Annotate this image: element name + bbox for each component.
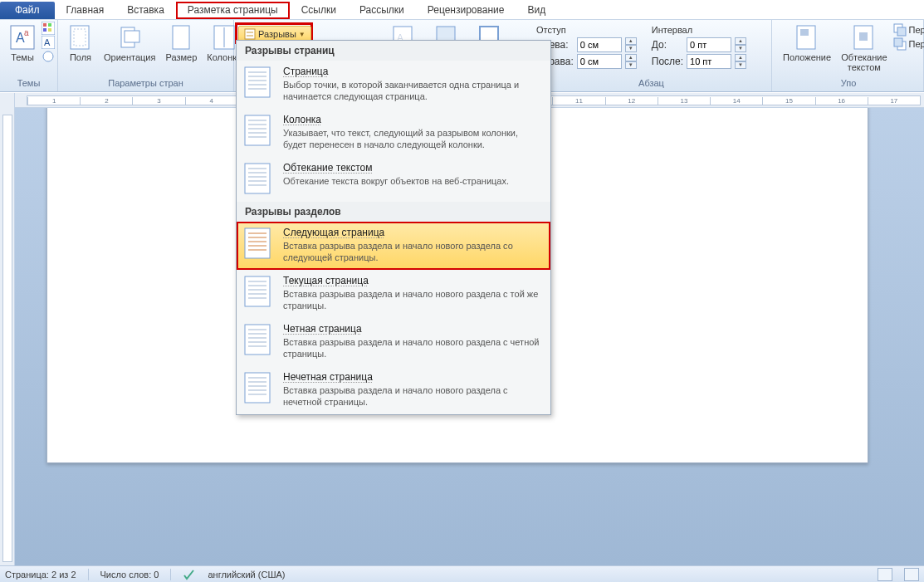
svg-rect-33 (245, 67, 270, 97)
svg-rect-14 (125, 31, 139, 42)
group-label-pagesetup: Параметры стран (63, 78, 228, 90)
break-item-icon (242, 371, 275, 404)
svg-rect-15 (173, 26, 189, 49)
menu-item-title: Следующая страница (283, 227, 542, 238)
spacing-before-label: До: (652, 39, 683, 51)
status-page[interactable]: Страница: 2 из 2 (5, 570, 76, 580)
svg-text:A: A (44, 37, 51, 47)
themes-icon: Aa (9, 24, 36, 51)
margins-icon (67, 24, 94, 51)
menu-item-sectionbreak-2[interactable]: Четная страницаВставка разрыва раздела и… (237, 318, 550, 366)
breaks-icon (244, 28, 256, 40)
break-item-icon (242, 323, 275, 356)
theme-effects-icon[interactable] (42, 50, 55, 63)
theme-colors-icon[interactable] (42, 22, 55, 35)
vertical-ruler[interactable] (0, 93, 15, 565)
status-language[interactable]: английский (США) (208, 570, 285, 580)
break-item-icon (242, 66, 275, 99)
spacing-after-spinner[interactable]: ▲▼ (735, 54, 746, 69)
indent-left-input[interactable] (577, 37, 622, 52)
status-word-count[interactable]: Число слов: 0 (100, 570, 159, 580)
spacing-header: Интервал (652, 25, 746, 35)
spacing-after-input[interactable] (687, 54, 731, 69)
size-label: Размер (165, 52, 197, 62)
menu-section-section-breaks: Разрывы разделов (237, 202, 550, 222)
orientation-label: Ориентация (104, 52, 155, 62)
tab-view[interactable]: Вид (516, 2, 557, 19)
wrap-text-button[interactable]: Обтекание текстом (837, 22, 891, 75)
menu-item-desc: Вставка разрыва раздела и начало нового … (283, 288, 542, 311)
menu-item-title: Текущая страница (283, 275, 542, 286)
send-backward-button[interactable]: Пере (893, 37, 924, 51)
svg-rect-63 (245, 325, 270, 355)
breaks-label: Разрывы (258, 29, 296, 39)
margins-label: Поля (70, 52, 91, 62)
columns-icon (211, 24, 237, 51)
themes-label: Темы (11, 52, 34, 62)
spacing-before-input[interactable] (687, 37, 731, 52)
margins-button[interactable]: Поля (63, 22, 98, 65)
svg-rect-30 (897, 27, 906, 36)
menu-item-title: Обтекание текстом (283, 162, 542, 174)
spellcheck-icon[interactable] (183, 569, 196, 580)
svg-rect-32 (894, 38, 902, 46)
tab-file[interactable]: Файл (0, 2, 55, 19)
break-item-icon (242, 114, 275, 147)
svg-rect-51 (245, 228, 270, 258)
tab-home[interactable]: Главная (55, 2, 116, 19)
menu-item-desc: Вставка разрыва раздела и начало нового … (283, 336, 542, 359)
svg-rect-69 (245, 373, 270, 403)
breaks-menu: Разрывы страниц СтраницаВыбор точки, в к… (236, 40, 551, 415)
break-item-icon (242, 227, 275, 260)
menu-item-pagebreak-1[interactable]: КолонкаУказывает, что текст, следующий з… (237, 109, 550, 157)
svg-rect-28 (859, 32, 868, 41)
menu-item-pagebreak-2[interactable]: Обтекание текстомОбтекание текста вокруг… (237, 157, 550, 202)
tab-references[interactable]: Ссылки (290, 2, 348, 19)
menu-item-desc: Вставка разрыва раздела и начало нового … (283, 240, 542, 263)
group-arrange: Положение Обтекание текстом Пере Пере Уп… (774, 20, 924, 91)
menu-section-page-breaks: Разрывы страниц (237, 41, 550, 61)
position-icon (794, 24, 820, 51)
view-print-layout-button[interactable] (878, 568, 892, 581)
theme-fonts-icon[interactable]: A (42, 36, 55, 49)
group-page-setup: Поля Ориентация Размер Колонки Параметры… (58, 20, 234, 91)
svg-rect-57 (245, 276, 270, 306)
orientation-button[interactable]: Ориентация (100, 22, 159, 65)
menu-item-sectionbreak-0[interactable]: Следующая страницаВставка разрыва раздел… (237, 222, 550, 270)
position-button[interactable]: Положение (779, 22, 835, 65)
svg-point-10 (43, 51, 53, 61)
size-button[interactable]: Размер (161, 22, 201, 65)
menu-item-title: Четная страница (283, 323, 542, 335)
group-paragraph: Отступ Слева: ▲▼ Справа: ▲▼ Интервал До:… (531, 20, 772, 91)
status-bar: Страница: 2 из 2 Число слов: 0 английски… (0, 565, 924, 582)
group-label-paragraph: Абзац (536, 78, 766, 90)
group-themes: Aa Темы A Темы (0, 20, 58, 91)
group-label-themes: Темы (5, 78, 52, 90)
position-label: Положение (783, 52, 831, 62)
menu-item-sectionbreak-1[interactable]: Текущая страницаВставка разрыва раздела … (237, 270, 550, 318)
tab-review[interactable]: Рецензирование (416, 2, 516, 19)
menu-item-sectionbreak-3[interactable]: Нечетная страницаВставка разрыва раздела… (237, 366, 550, 414)
svg-text:a: a (24, 28, 29, 37)
indent-left-spinner[interactable]: ▲▼ (625, 37, 637, 52)
svg-rect-6 (43, 28, 46, 32)
indent-right-input[interactable] (577, 54, 622, 69)
ribbon-tabs: Файл Главная Вставка Разметка страницы С… (0, 0, 924, 19)
group-label-arrange: Упо (779, 78, 918, 90)
themes-button[interactable]: Aa Темы (5, 22, 40, 65)
indent-right-spinner[interactable]: ▲▼ (625, 54, 637, 69)
tab-page-layout[interactable]: Разметка страницы (176, 2, 290, 19)
svg-rect-18 (245, 29, 255, 39)
view-fullscreen-button[interactable] (904, 568, 919, 581)
menu-item-desc: Указывает, что текст, следующий за разры… (283, 127, 542, 150)
dropdown-arrow-icon: ▼ (299, 31, 306, 38)
svg-rect-4 (43, 23, 46, 27)
tab-mailings[interactable]: Рассылки (348, 2, 416, 19)
size-icon (168, 24, 194, 51)
menu-item-title: Колонка (283, 114, 542, 125)
menu-item-pagebreak-0[interactable]: СтраницаВыбор точки, в которой заканчива… (237, 61, 550, 109)
spacing-before-spinner[interactable]: ▲▼ (735, 37, 746, 52)
orientation-icon (116, 24, 143, 51)
tab-insert[interactable]: Вставка (115, 2, 176, 19)
bring-forward-button[interactable]: Пере (893, 23, 924, 37)
